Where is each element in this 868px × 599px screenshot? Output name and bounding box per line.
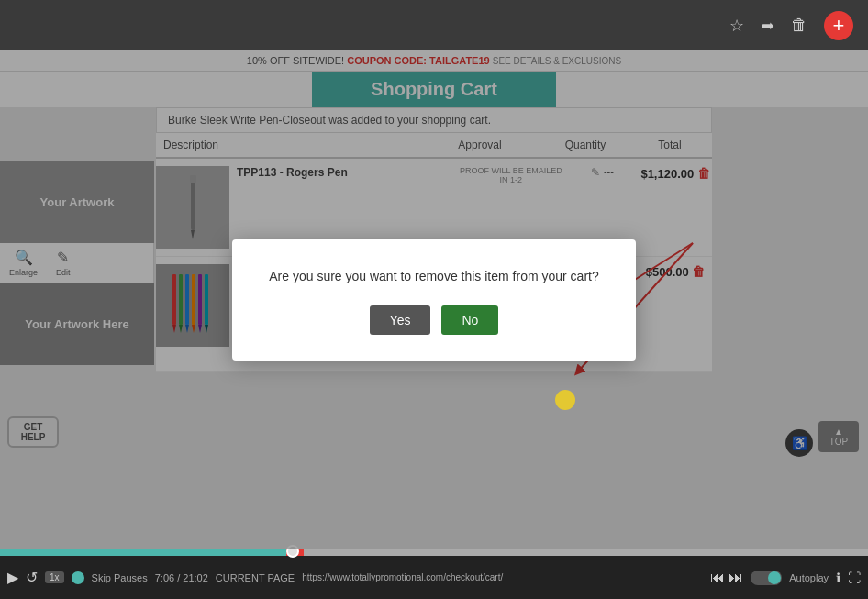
skip-pauses-checkbox[interactable] [72, 571, 84, 584]
skip-icons: ⏮ ⏭ [710, 570, 743, 586]
progress-fill [0, 549, 868, 556]
skip-forward-button[interactable]: ⏭ [729, 570, 743, 586]
info-button[interactable]: ℹ [836, 571, 840, 585]
progress-time: 7:06 / 21:02 [155, 572, 208, 583]
no-button[interactable]: No [441, 305, 498, 335]
autoplay-toggle[interactable] [751, 571, 782, 585]
video-bar: ▶ ↺ 1x Skip Pauses 7:06 / 21:02 CURRENT … [0, 549, 868, 599]
browser-top-bar: ☆ ➦ 🗑 + [0, 0, 868, 50]
modal-question: Are you sure you want to remove this ite… [269, 269, 598, 283]
modal-overlay: Are you sure you want to remove this ite… [0, 50, 868, 549]
current-page-url: https://www.totallypromotional.com/check… [302, 572, 503, 582]
delete-icon[interactable]: 🗑 [791, 16, 807, 35]
progress-bar[interactable] [0, 549, 868, 556]
cursor-dot [555, 390, 575, 410]
modal-dialog: Are you sure you want to remove this ite… [232, 239, 635, 361]
speed-badge[interactable]: 1x [45, 571, 64, 583]
autoplay-label: Autoplay [789, 572, 829, 583]
video-controls: ▶ ↺ 1x Skip Pauses 7:06 / 21:02 CURRENT … [0, 556, 868, 599]
skip-back-button[interactable]: ⏮ [710, 570, 725, 586]
add-button[interactable]: + [824, 11, 853, 40]
modal-buttons: Yes No [269, 305, 598, 335]
current-page-label: CURRENT PAGE [216, 572, 295, 583]
webpage: 10% OFF SITEWIDE! COUPON CODE: TAILGATE1… [0, 50, 868, 549]
fullscreen-button[interactable]: ⛶ [848, 571, 861, 585]
toggle-dot [768, 571, 781, 584]
rewind-button[interactable]: ↺ [26, 569, 38, 586]
play-button[interactable]: ▶ [7, 569, 18, 586]
skip-pauses-label: Skip Pauses [92, 572, 148, 583]
yes-button[interactable]: Yes [370, 305, 431, 335]
share-icon[interactable]: ➦ [761, 16, 774, 36]
bookmark-icon[interactable]: ☆ [729, 16, 744, 36]
